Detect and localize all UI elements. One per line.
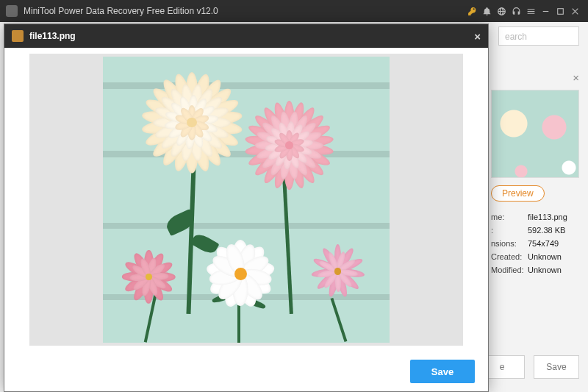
svg-rect-1 <box>557 8 563 14</box>
close-icon[interactable] <box>567 0 582 22</box>
info-row: nsions:754x749 <box>491 237 579 250</box>
dialog-close-icon[interactable]: × <box>474 31 481 42</box>
app-logo <box>6 5 18 17</box>
svg-rect-0 <box>542 10 548 11</box>
minimize-icon[interactable] <box>538 0 553 22</box>
info-row: Created:Unknown <box>491 250 579 263</box>
dialog-header: file113.png × <box>4 24 488 48</box>
menu-icon[interactable] <box>523 0 538 22</box>
search-input[interactable]: earch <box>498 26 579 46</box>
side-panel: × Preview me:file113.png :592.38 KB nsio… <box>491 90 579 277</box>
info-row: :592.38 KB <box>491 224 579 237</box>
dialog-footer: Save <box>4 352 488 391</box>
maximize-icon[interactable] <box>553 0 567 22</box>
titlebar: MiniTool Power Data Recovery Free Editio… <box>0 0 588 22</box>
thumbnail <box>491 90 579 178</box>
side-close-icon[interactable]: × <box>573 72 579 83</box>
bell-icon[interactable] <box>479 0 494 22</box>
preview-button[interactable]: Preview <box>491 185 545 202</box>
info-row: me:file113.png <box>491 210 579 224</box>
info-table: me:file113.png :592.38 KB nsions:754x749… <box>491 210 579 277</box>
headset-icon[interactable] <box>509 0 523 22</box>
save-button[interactable]: Save <box>410 360 475 383</box>
file-icon <box>12 30 24 42</box>
globe-icon[interactable] <box>494 0 509 22</box>
key-icon[interactable] <box>465 0 479 22</box>
dialog-body <box>4 48 488 352</box>
preview-image <box>103 57 389 343</box>
app-title: MiniTool Power Data Recovery Free Editio… <box>24 6 218 16</box>
bottom-save-button[interactable]: Save <box>534 355 579 379</box>
preview-dialog: file113.png × <box>4 24 489 392</box>
image-frame <box>29 54 464 346</box>
info-row: Modified:Unknown <box>491 263 579 277</box>
dialog-title: file113.png <box>29 31 76 41</box>
